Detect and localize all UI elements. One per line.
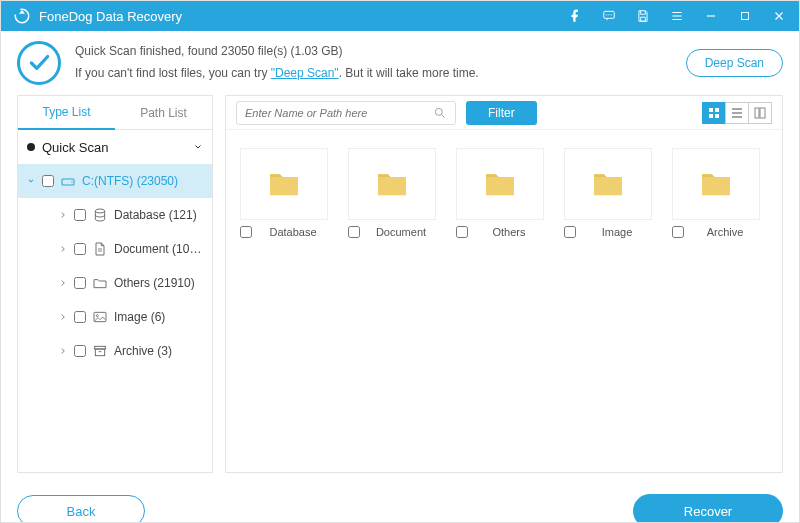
tab-path-list[interactable]: Path List bbox=[115, 96, 212, 130]
search-icon bbox=[433, 106, 447, 120]
back-button[interactable]: Back bbox=[17, 495, 145, 523]
facebook-icon[interactable] bbox=[567, 8, 583, 24]
chevron-right-icon bbox=[58, 244, 68, 254]
svg-rect-5 bbox=[742, 13, 749, 20]
app-title: FoneDog Data Recovery bbox=[39, 9, 182, 24]
tree-drive-checkbox[interactable] bbox=[42, 175, 54, 187]
tree-root-label: Quick Scan bbox=[42, 140, 186, 155]
tree-item-checkbox[interactable] bbox=[74, 209, 86, 221]
tree-root-quickscan[interactable]: Quick Scan bbox=[18, 130, 212, 164]
tree-item-checkbox[interactable] bbox=[74, 311, 86, 323]
search-input[interactable] bbox=[245, 107, 433, 119]
chevron-right-icon bbox=[58, 210, 68, 220]
svg-point-6 bbox=[27, 143, 35, 151]
recover-button[interactable]: Recover bbox=[633, 494, 783, 523]
svg-rect-17 bbox=[709, 114, 713, 118]
close-icon[interactable] bbox=[771, 8, 787, 24]
tree-item-label: Document (1010) bbox=[114, 242, 204, 256]
logo-icon bbox=[13, 7, 31, 25]
tree-drive[interactable]: C:(NTFS) (23050) bbox=[18, 164, 212, 198]
tree-item-archive[interactable]: Archive (3) bbox=[18, 334, 212, 368]
svg-rect-16 bbox=[715, 108, 719, 112]
filter-button[interactable]: Filter bbox=[466, 101, 537, 125]
tree-item-document[interactable]: Document (1010) bbox=[18, 232, 212, 266]
folder-label: Document bbox=[366, 226, 436, 238]
folder-icon bbox=[348, 148, 436, 220]
app-logo: FoneDog Data Recovery bbox=[13, 7, 182, 25]
folder-checkbox[interactable] bbox=[564, 226, 576, 238]
folder-label: Database bbox=[258, 226, 328, 238]
scan-status-message: Quick Scan finished, found 23050 file(s)… bbox=[75, 41, 479, 84]
svg-rect-20 bbox=[760, 108, 765, 118]
tree-item-label: Database (121) bbox=[114, 208, 204, 222]
scan-complete-icon bbox=[17, 41, 61, 85]
folder-icon bbox=[240, 148, 328, 220]
svg-rect-13 bbox=[95, 349, 104, 356]
bottom-bar: Back Recover bbox=[1, 483, 799, 523]
folder-label: Image bbox=[582, 226, 652, 238]
chevron-right-icon bbox=[58, 346, 68, 356]
tree-item-label: Archive (3) bbox=[114, 344, 204, 358]
tree-item-checkbox[interactable] bbox=[74, 243, 86, 255]
view-detail-button[interactable] bbox=[748, 102, 772, 124]
tree-item-label: Others (21910) bbox=[114, 276, 204, 290]
tab-type-list[interactable]: Type List bbox=[18, 96, 115, 130]
view-grid-button[interactable] bbox=[702, 102, 726, 124]
tree-item-checkbox[interactable] bbox=[74, 277, 86, 289]
tree-item-image[interactable]: Image (6) bbox=[18, 300, 212, 334]
svg-point-9 bbox=[95, 209, 104, 213]
chevron-right-icon bbox=[58, 312, 68, 322]
folder-item-archive[interactable]: Archive bbox=[672, 148, 760, 238]
tree-item-database[interactable]: Database (121) bbox=[18, 198, 212, 232]
svg-point-14 bbox=[435, 108, 442, 115]
chevron-down-icon bbox=[26, 176, 36, 186]
scan-status-bar: Quick Scan finished, found 23050 file(s)… bbox=[1, 31, 799, 95]
folder-checkbox[interactable] bbox=[240, 226, 252, 238]
folder-label: Archive bbox=[690, 226, 760, 238]
drive-icon bbox=[60, 173, 76, 189]
archive-icon bbox=[92, 343, 108, 359]
tree-item-label: Image (6) bbox=[114, 310, 204, 324]
view-switch bbox=[702, 102, 772, 124]
svg-point-2 bbox=[606, 14, 607, 15]
view-list-button[interactable] bbox=[725, 102, 749, 124]
content-panel: Filter Database bbox=[225, 95, 783, 473]
window-controls bbox=[567, 8, 787, 24]
document-icon bbox=[92, 241, 108, 257]
deep-scan-button[interactable]: Deep Scan bbox=[686, 49, 783, 77]
svg-point-8 bbox=[71, 181, 72, 182]
feedback-icon[interactable] bbox=[601, 8, 617, 24]
folder-checkbox[interactable] bbox=[456, 226, 468, 238]
search-input-wrap[interactable] bbox=[236, 101, 456, 125]
titlebar: FoneDog Data Recovery bbox=[1, 1, 799, 31]
scan-hint: If you can't find lost files, you can tr… bbox=[75, 63, 479, 85]
sidebar: Type List Path List Quick Scan C:(NTFS) … bbox=[17, 95, 213, 473]
deep-scan-link[interactable]: "Deep Scan" bbox=[271, 66, 339, 80]
folder-icon bbox=[564, 148, 652, 220]
save-icon[interactable] bbox=[635, 8, 651, 24]
scan-summary: Quick Scan finished, found 23050 file(s)… bbox=[75, 41, 479, 63]
svg-point-3 bbox=[608, 14, 609, 15]
tree-item-others[interactable]: Others (21910) bbox=[18, 266, 212, 300]
tree-item-checkbox[interactable] bbox=[74, 345, 86, 357]
folder-item-database[interactable]: Database bbox=[240, 148, 328, 238]
chevron-right-icon bbox=[58, 278, 68, 288]
folder-grid: Database Document Others bbox=[226, 130, 782, 256]
tree-drive-label: C:(NTFS) (23050) bbox=[82, 174, 204, 188]
folder-checkbox[interactable] bbox=[348, 226, 360, 238]
bullet-icon bbox=[26, 142, 36, 152]
svg-point-4 bbox=[611, 14, 612, 15]
maximize-icon[interactable] bbox=[737, 8, 753, 24]
svg-rect-18 bbox=[715, 114, 719, 118]
database-icon bbox=[92, 207, 108, 223]
folder-item-others[interactable]: Others bbox=[456, 148, 544, 238]
svg-point-11 bbox=[96, 315, 98, 317]
svg-rect-19 bbox=[755, 108, 759, 118]
image-icon bbox=[92, 309, 108, 325]
folder-item-document[interactable]: Document bbox=[348, 148, 436, 238]
folder-checkbox[interactable] bbox=[672, 226, 684, 238]
minimize-icon[interactable] bbox=[703, 8, 719, 24]
folder-item-image[interactable]: Image bbox=[564, 148, 652, 238]
folder-icon bbox=[456, 148, 544, 220]
menu-icon[interactable] bbox=[669, 8, 685, 24]
